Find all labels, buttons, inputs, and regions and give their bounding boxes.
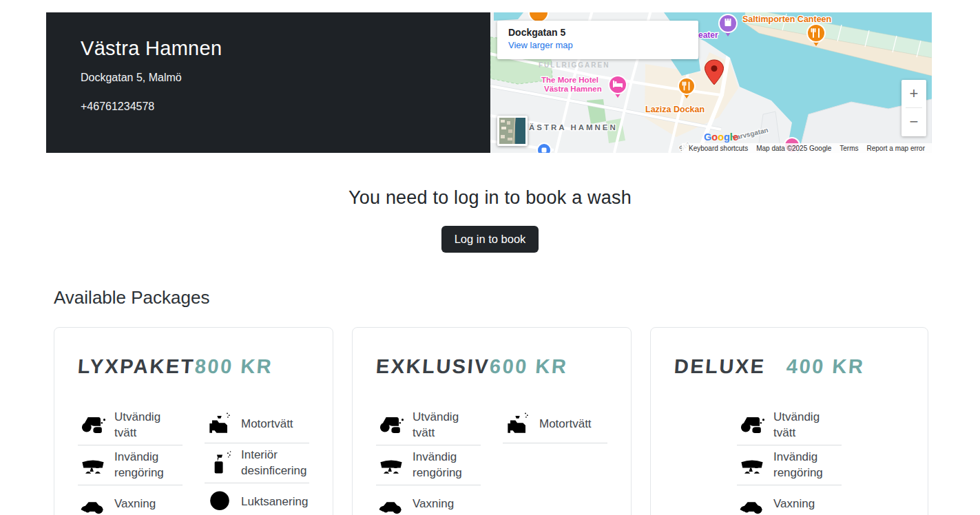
- map-label-hotel-2: Västra Hamnen: [544, 85, 602, 93]
- car-interior-cleaning-icon: [376, 450, 406, 480]
- map-label-district: ÄSTRA HAMNEN: [529, 123, 618, 132]
- map-label-hotel-1: The More Hotel: [541, 76, 598, 84]
- login-section: You need to log in to book a wash Log in…: [0, 187, 980, 253]
- feature-label: Motortvätt: [539, 416, 592, 432]
- feature-label: Invändig rengöring: [773, 449, 842, 481]
- car-wax-icon: [78, 489, 108, 515]
- car-exterior-wash-icon: [737, 410, 767, 440]
- engine-wash-icon: [503, 409, 533, 439]
- map-label-theater: eater: [698, 30, 718, 40]
- feature-label: Motortvätt: [241, 416, 293, 432]
- car-exterior-wash-icon: [78, 410, 108, 440]
- package-card-exklusiv: EXKLUSIV 600 KR Utvändig tvätt Invändig …: [352, 327, 632, 515]
- keyboard-shortcuts-link[interactable]: Keyboard shortcuts: [689, 145, 748, 152]
- feature-item: Utvändig tvätt: [737, 406, 842, 445]
- feature-label: Vaxning: [773, 496, 815, 512]
- packages-heading: Available Packages: [54, 287, 928, 308]
- feature-item: Interiör desinficering: [205, 443, 309, 483]
- feature-item: Motortvätt: [503, 406, 607, 443]
- car-interior-cleaning-icon: [78, 450, 108, 480]
- terms-link[interactable]: Terms: [840, 145, 858, 152]
- package-card-lyxpaket: LYXPAKET 800 KR Utvändig tvätt Invändig …: [54, 327, 333, 515]
- packages-section: Available Packages LYXPAKET 800 KR Utvän…: [54, 287, 928, 515]
- package-price: 600 KR: [489, 355, 569, 378]
- feature-item: Utvändig tvätt: [376, 406, 481, 445]
- feature-column: Motortvätt: [503, 406, 607, 515]
- car-exterior-wash-icon: [376, 410, 406, 440]
- feature-column: Motortvätt Interiör desinficering Luktsa…: [205, 406, 309, 515]
- feature-column: Utvändig tvätt Invändig rengöring Vaxnin…: [376, 406, 481, 515]
- package-cards-row: LYXPAKET 800 KR Utvändig tvätt Invändig …: [54, 327, 928, 515]
- map-label-canteen: Saltimporten Canteen: [742, 14, 831, 24]
- feature-label: Utvändig tvätt: [114, 409, 183, 441]
- map-label-laziza: Laziza Dockan: [645, 105, 705, 114]
- feature-list: Utvändig tvätt Invändig rengöring Vaxnin…: [674, 406, 904, 515]
- venue-address: Dockgatan 5, Malmö: [81, 72, 456, 84]
- feature-item: Invändig rengöring: [737, 445, 842, 485]
- feature-item: Invändig rengöring: [376, 445, 481, 485]
- package-name: DELUXE: [674, 355, 787, 378]
- car-wax-icon: [376, 489, 406, 515]
- engine-wash-icon: [205, 409, 235, 439]
- venue-header: Västra Hamnen Dockgatan 5, Malmö +467612…: [46, 12, 490, 153]
- feature-item: Vaxning: [737, 485, 842, 515]
- feature-item: Utvändig tvätt: [78, 406, 183, 445]
- odor-removal-icon: [205, 487, 235, 515]
- map-attribution: Keyboard shortcuts Map data ©2025 Google…: [682, 143, 932, 153]
- feature-label: Utvändig tvätt: [413, 409, 481, 441]
- package-price: 400 KR: [786, 355, 866, 378]
- map-info-title: Dockgatan 5: [508, 27, 687, 38]
- transit-marker-icon[interactable]: [537, 143, 551, 153]
- feature-column: Utvändig tvätt Invändig rengöring Vaxnin…: [737, 406, 842, 515]
- package-name: EXKLUSIV: [375, 355, 490, 378]
- google-logo: Google: [704, 132, 738, 143]
- feature-list: Utvändig tvätt Invändig rengöring Vaxnin…: [78, 406, 309, 515]
- feature-column: Utvändig tvätt Invändig rengöring Vaxnin…: [78, 406, 183, 515]
- zoom-in-button[interactable]: +: [901, 80, 926, 107]
- disinfect-spray-icon: [205, 448, 235, 478]
- package-price: 800 KR: [194, 355, 274, 378]
- view-larger-map-link[interactable]: View larger map: [508, 40, 573, 50]
- zoom-out-button[interactable]: −: [901, 108, 926, 136]
- satellite-thumbnail[interactable]: [497, 116, 528, 146]
- package-name: LYXPAKET: [77, 355, 196, 378]
- package-title: EXKLUSIV 600 KR: [375, 355, 608, 378]
- feature-label: Vaxning: [413, 496, 454, 512]
- venue-name: Västra Hamnen: [81, 37, 456, 60]
- feature-label: Utvändig tvätt: [773, 409, 842, 441]
- feature-label: Vaxning: [114, 496, 156, 512]
- feature-label: Luktsanering: [241, 494, 308, 509]
- feature-label: Interiör desinficering: [241, 447, 309, 479]
- log-in-to-book-button[interactable]: Log in to book: [441, 226, 539, 253]
- package-title: LYXPAKET 800 KR: [77, 355, 310, 378]
- top-section: Västra Hamnen Dockgatan 5, Malmö +467612…: [46, 12, 932, 153]
- report-map-error-link[interactable]: Report a map error: [867, 145, 925, 152]
- map-label-ghost: FULLRIGGAREN: [539, 61, 609, 69]
- package-card-deluxe: DELUXE 400 KR Utvändig tvätt Invändig re…: [650, 327, 928, 515]
- feature-item: Vaxning: [78, 485, 183, 515]
- venue-phone: +46761234578: [81, 101, 456, 113]
- map-info-card: Dockgatan 5 View larger map: [497, 21, 698, 59]
- feature-label: Invändig rengöring: [114, 449, 183, 481]
- feature-item: Luktsanering: [205, 483, 309, 515]
- map-embed[interactable]: FULLRIGGAREN eater Saltimporten Cantee: [490, 12, 932, 153]
- feature-item: Vaxning: [376, 485, 481, 515]
- feature-item: Motortvätt: [205, 406, 309, 443]
- feature-item: Invändig rengöring: [78, 445, 183, 485]
- feature-label: Invändig rengöring: [413, 449, 481, 481]
- map-zoom-control: + −: [901, 80, 926, 136]
- car-wax-icon: [737, 489, 767, 515]
- car-interior-cleaning-icon: [737, 450, 767, 480]
- package-title: DELUXE 400 KR: [674, 355, 905, 378]
- feature-list: Utvändig tvätt Invändig rengöring Vaxnin…: [376, 406, 607, 515]
- map-data-text: Map data ©2025 Google: [756, 145, 831, 152]
- login-message: You need to log in to book a wash: [0, 187, 980, 209]
